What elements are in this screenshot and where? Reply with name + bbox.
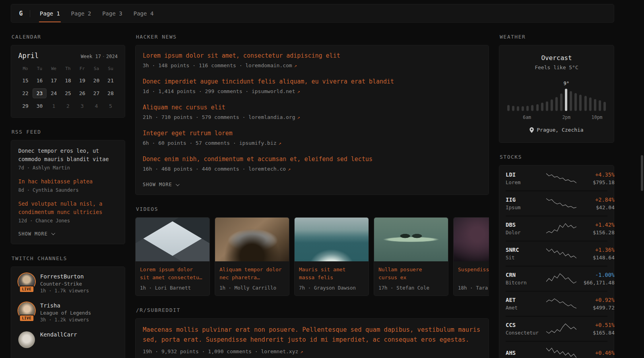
stock-price: $165.84 — [580, 330, 615, 336]
weather-chart: 9° 6am2pm10pm — [507, 81, 606, 121]
hn-meta-text: 3h · 148 points · 116 comments · — [143, 62, 245, 68]
video-card[interactable]: Mauris sit amet massa felis7h · Grayson … — [294, 217, 369, 296]
stock-values: +0.51%$165.84 — [580, 322, 615, 336]
stock-row[interactable]: CRNBitcorn-1.00%$66,171.48 — [506, 266, 607, 291]
stock-identity: CRNBitcorn — [506, 272, 543, 286]
subreddit-widget: Maecenas mollis pulvinar erat non posuer… — [135, 318, 489, 358]
twitch-channel-name[interactable]: Trisha — [40, 302, 91, 309]
stock-name: Dolor — [506, 230, 543, 235]
stock-change: +4.35% — [580, 171, 615, 178]
video-title-link[interactable]: Nullam posuere cursus ex — [374, 266, 448, 282]
hn-show-more-button[interactable]: SHOW MORE — [143, 181, 178, 188]
stock-symbol: AHS — [506, 350, 543, 356]
video-card[interactable]: Lorem ipsum dolor sit amet consectetu…1h… — [135, 217, 210, 296]
weather-bar — [522, 106, 524, 111]
stock-values: -1.00%$66,171.48 — [580, 272, 615, 286]
calendar-day: 21 — [103, 76, 118, 86]
video-card[interactable]: Suspendisse diam18h · Tara — [453, 217, 489, 296]
rss-item-link[interactable]: In hac habitasse platea — [18, 177, 118, 186]
stock-row[interactable]: SNRCSit+1.36%$148.64 — [506, 241, 607, 266]
videos-section-title: VIDEOS — [136, 206, 489, 212]
hn-domain-link[interactable]: ipsumify.biz — [239, 140, 277, 146]
twitch-section-title: TWITCH CHANNELS — [12, 255, 125, 261]
hn-story-link[interactable]: Aliquam nec cursus elit — [143, 103, 481, 112]
rss-items: Donec tempor eros leo, ut commodo mauris… — [18, 147, 118, 224]
stock-row[interactable]: LDILorem+4.35%$795.18 — [506, 166, 607, 191]
calendar-day: 4 — [89, 101, 104, 111]
stock-change: +0.51% — [580, 322, 615, 328]
video-title-link[interactable]: Mauris sit amet massa felis — [295, 266, 369, 282]
twitch-channel-name[interactable]: ForrestBurton — [40, 273, 89, 280]
scrollbar-thumb[interactable] — [641, 155, 643, 191]
calendar-day: 16 — [33, 76, 47, 86]
twitch-channel[interactable]: KendallCarr — [18, 331, 118, 348]
tab-label: Page 2 — [71, 10, 91, 17]
chevron-down-icon — [176, 182, 180, 186]
video-card[interactable]: Aliquam tempor dolor nec pharetra…1h · M… — [215, 217, 289, 296]
weather-bars — [507, 88, 606, 111]
calendar-day-header: We — [47, 66, 61, 73]
videos-row: Lorem ipsum dolor sit amet consectetu…1h… — [135, 217, 489, 296]
twitch-channel[interactable]: LIVEForrestBurtonCounter-Strike1h · 1.7k… — [18, 273, 118, 294]
video-title-link[interactable]: Aliquam tempor dolor nec pharetra… — [215, 266, 289, 282]
hn-domain-link[interactable]: loremtech.co — [248, 166, 286, 172]
video-thumbnail[interactable] — [136, 218, 209, 261]
calendar-day: 22 — [18, 88, 33, 98]
stock-identity: SNRCSit — [506, 247, 543, 261]
video-thumbnail[interactable] — [374, 218, 448, 261]
stock-row[interactable]: IIGIpsum+2.84%$42.04 — [506, 191, 607, 216]
calendar-day: 17 — [47, 76, 61, 86]
video-thumbnail[interactable] — [454, 218, 489, 261]
calendar-day: 20 — [89, 76, 104, 86]
rss-item-meta: 12d · Chance Jones — [18, 218, 118, 224]
hn-story-link[interactable]: Donec enim nibh, condimentum et accumsan… — [143, 155, 481, 163]
video-thumbnail[interactable] — [295, 218, 369, 261]
video-title-link[interactable]: Suspendisse diam — [454, 266, 489, 282]
stock-price: $42.04 — [580, 204, 615, 210]
reddit-post-link[interactable]: Maecenas mollis pulvinar erat non posuer… — [143, 325, 481, 345]
hn-story-link[interactable]: Donec imperdiet augue tincidunt felis al… — [143, 78, 481, 86]
hn-story-link[interactable]: Integer eget rutrum lorem — [143, 129, 481, 138]
stock-row[interactable]: DBSDolor+1.42%$156.28 — [506, 216, 607, 241]
video-card[interactable]: Nullam posuere cursus ex17h · Stefan Col… — [374, 217, 448, 296]
calendar-week-year: Week 17·2024 — [81, 54, 118, 59]
twitch-category[interactable]: Counter-Strike — [40, 281, 89, 287]
stock-row[interactable]: AETAmet+0.92%$499.72 — [506, 291, 607, 316]
calendar-day: 25 — [61, 88, 75, 98]
twitch-channel[interactable]: LIVETrishaLeague of Legends3h · 1.2k vie… — [18, 302, 118, 323]
twitch-category[interactable]: League of Legends — [40, 310, 91, 316]
hn-domain-link[interactable]: loremlandia.org — [248, 114, 295, 120]
header-tab-4[interactable]: Page 4 — [133, 4, 155, 22]
logo-divider — [30, 10, 30, 17]
stock-sparkline-chart — [546, 298, 576, 309]
scrollbar-track[interactable] — [640, 0, 644, 358]
stock-sparkline-chart — [546, 347, 576, 358]
hackernews-items: Lorem ipsum dolor sit amet, consectetur … — [143, 52, 481, 172]
stock-name: Bitcorn — [506, 280, 543, 286]
hn-story-link[interactable]: Lorem ipsum dolor sit amet, consectetur … — [143, 52, 481, 60]
calendar-year: 2024 — [106, 54, 118, 59]
stock-row[interactable]: AHS+0.46% — [506, 341, 607, 358]
stock-sparkline-chart — [546, 172, 576, 184]
rss-item: In hac habitasse platea8d · Cynthia Saun… — [18, 177, 118, 193]
stock-name: Ipsum — [506, 204, 543, 210]
video-thumbnail[interactable] — [215, 218, 289, 261]
live-badge: LIVE — [19, 286, 34, 293]
rss-item-link[interactable]: Sed volutpat nulla nisl, a condimentum n… — [18, 200, 118, 216]
header-tab-1[interactable]: Page 1 — [39, 4, 61, 22]
stock-symbol: SNRC — [506, 247, 543, 253]
rss-show-more-button[interactable]: SHOW MORE — [18, 230, 54, 237]
hn-domain-link[interactable]: loremdomain.com — [245, 62, 292, 68]
calendar-day: 2 — [61, 101, 75, 111]
hn-domain-link[interactable]: ipsumworld.net — [252, 88, 295, 94]
calendar-section-title: CALENDAR — [12, 34, 125, 40]
weather-bar — [599, 100, 601, 111]
hn-story-meta: 3h · 148 points · 116 comments · loremdo… — [143, 62, 481, 68]
stock-row[interactable]: CCSConsectetur+0.51%$165.84 — [506, 316, 607, 341]
twitch-channel-name[interactable]: KendallCarr — [40, 331, 77, 338]
rss-item-link[interactable]: Donec tempor eros leo, ut commodo mauris… — [18, 147, 118, 163]
reddit-post-domain-link[interactable]: loremnet.xyz — [261, 348, 298, 354]
header-tab-2[interactable]: Page 2 — [70, 4, 92, 22]
header-tab-3[interactable]: Page 3 — [101, 4, 123, 22]
video-title-link[interactable]: Lorem ipsum dolor sit amet consectetu… — [136, 266, 209, 282]
